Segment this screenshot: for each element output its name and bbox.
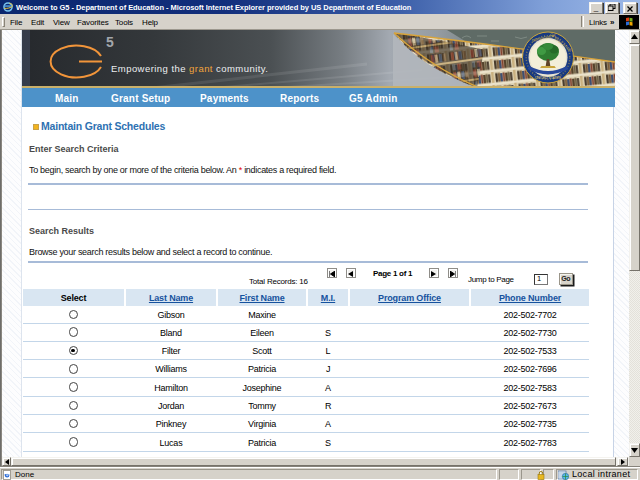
svg-text:5: 5 — [106, 34, 114, 50]
svg-text:UNITED STATES: UNITED STATES — [535, 76, 562, 80]
svg-text:Empowering the grant community: Empowering the grant community. — [111, 63, 268, 74]
